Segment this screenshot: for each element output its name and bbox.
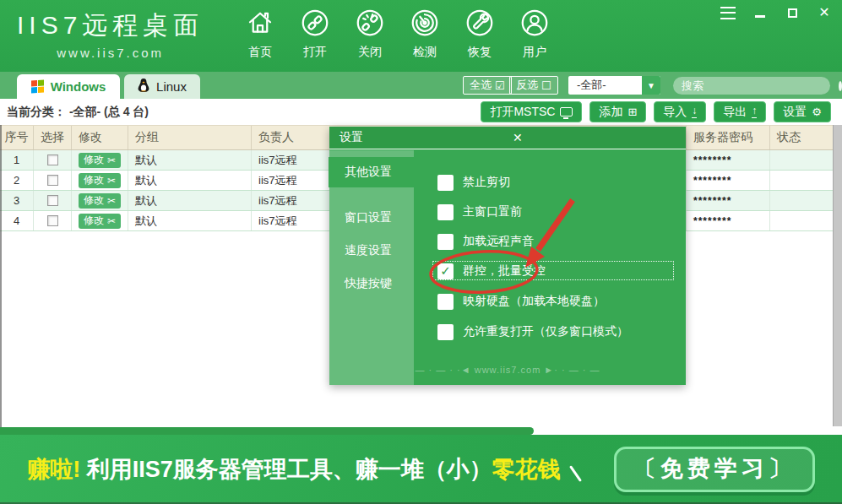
nav-close-label: 关闭: [358, 45, 382, 60]
settings-label: 设置: [783, 105, 807, 120]
main-nav: 首页 打开 关闭 检测 恢复 用户: [240, 8, 555, 60]
select-all-button[interactable]: 全选 ☑: [463, 76, 512, 95]
row-group: 默认: [128, 191, 252, 210]
search-input[interactable]: [673, 79, 839, 92]
nav-home-label: 首页: [248, 45, 272, 60]
linux-tux-icon: [138, 79, 149, 95]
col-header-select: 选择: [34, 126, 72, 149]
tab-windows[interactable]: Windows: [17, 74, 120, 99]
row-group: 默认: [128, 150, 252, 170]
dialog-sidebar: 其他设置 窗口设置 速度设置 快捷按键: [329, 150, 414, 385]
menu-icon[interactable]: [720, 6, 736, 19]
tab-linux[interactable]: Linux: [124, 74, 200, 99]
modify-button[interactable]: 修改✂: [79, 153, 121, 168]
wrench-icon: [464, 8, 495, 41]
banner-highlight-suffix: 零花钱: [492, 457, 561, 482]
option-disable-cut[interactable]: 禁止剪切: [437, 173, 510, 192]
checkbox-unchecked[interactable]: [437, 175, 454, 191]
user-icon: [519, 8, 550, 41]
windows-logo-icon: [31, 79, 44, 93]
export-button[interactable]: 导出 ↑: [714, 101, 766, 122]
dialog-tab-window[interactable]: 窗口设置: [329, 203, 414, 233]
option-main-window-front[interactable]: 主窗口置前: [437, 203, 522, 221]
option-allow-reopen[interactable]: 允许重复打开（仅多窗口模式）: [437, 322, 628, 341]
col-header-no: 序号: [0, 126, 34, 149]
modify-button[interactable]: 修改✂: [79, 173, 121, 188]
app-logo: IIS7远程桌面 www.iis7.com: [17, 8, 204, 60]
add-icon: ⊞: [627, 106, 637, 118]
logo-subtitle: www.iis7.com: [17, 46, 204, 60]
checkbox-unchecked[interactable]: [437, 294, 454, 310]
free-learning-button[interactable]: 〔免费学习〕: [614, 447, 815, 492]
nav-open[interactable]: 打开: [295, 8, 335, 60]
window-controls: ✕: [720, 6, 832, 19]
add-button[interactable]: 添加 ⊞: [589, 101, 646, 122]
nav-close-conn[interactable]: 关闭: [350, 8, 390, 60]
invert-selection-button[interactable]: 反选 ☐: [509, 76, 558, 95]
dialog-tab-other[interactable]: 其他设置: [329, 157, 414, 187]
col-header-password: 服务器密码: [687, 126, 770, 149]
row-checkbox[interactable]: [47, 215, 58, 226]
nav-open-label: 打开: [303, 45, 327, 60]
open-mstsc-button[interactable]: 打开MSTSC: [481, 101, 582, 122]
tab-strip: Windows Linux 全选 ☑ 反选 ☐ -全部- ▼: [0, 72, 842, 99]
checkbox-unchecked[interactable]: [437, 204, 454, 220]
row-no: 2: [0, 171, 34, 190]
import-button[interactable]: 导入 ↓: [654, 101, 706, 122]
tab-windows-label: Windows: [51, 79, 106, 94]
checkbox-unchecked[interactable]: [437, 234, 454, 250]
add-label: 添加: [599, 105, 622, 120]
row-password: ********: [687, 150, 770, 170]
category-dropdown[interactable]: -全部- ▼: [568, 76, 660, 95]
dialog-tab-hotkey[interactable]: 快捷按键: [329, 268, 414, 299]
close-icon[interactable]: ✕: [817, 6, 832, 19]
dialog-title: 设置: [329, 130, 502, 145]
checked-box-icon: ☑: [495, 79, 505, 92]
checkbox-checked[interactable]: ✓: [437, 263, 454, 279]
row-checkbox[interactable]: [47, 154, 58, 165]
row-password: ********: [687, 191, 770, 210]
option-group-control[interactable]: ✓ 群控，批量受控: [437, 262, 546, 280]
row-status: [770, 191, 833, 210]
row-no: 1: [0, 150, 34, 170]
nav-restore-label: 恢复: [468, 45, 492, 60]
row-group: 默认: [128, 171, 252, 190]
settings-button[interactable]: 设置 ⚙: [774, 101, 831, 122]
gear-icon: ⚙: [812, 106, 822, 118]
nav-home[interactable]: 首页: [240, 8, 280, 60]
scissors-icon: ✂: [107, 154, 116, 166]
tab-linux-label: Linux: [156, 79, 187, 94]
banner-highlight-prefix: 赚啦!: [27, 457, 80, 482]
option-remote-sound[interactable]: 加载远程声音: [437, 232, 534, 251]
nav-detect[interactable]: 检测: [405, 8, 445, 60]
option-map-disk[interactable]: 映射硬盘（加载本地硬盘）: [437, 292, 605, 311]
nav-restore[interactable]: 恢复: [459, 8, 500, 60]
table-scrollbar[interactable]: [833, 125, 842, 426]
empty-box-icon: ☐: [541, 79, 551, 92]
row-checkbox[interactable]: [47, 175, 58, 186]
link-icon: [300, 8, 330, 41]
modify-button[interactable]: 修改✂: [79, 214, 121, 229]
promo-banner[interactable]: 赚啦! 利用IIS7服务器管理工具、赚一堆（小）零花钱 〔免费学习〕: [0, 435, 842, 504]
row-status: [770, 171, 833, 190]
category-dropdown-value: -全部-: [568, 76, 642, 95]
monitor-icon: [560, 107, 573, 117]
row-checkbox[interactable]: [47, 195, 58, 206]
dialog-close-icon[interactable]: ✕: [502, 131, 686, 144]
nav-detect-label: 检测: [413, 45, 437, 60]
nav-user[interactable]: 用户: [514, 8, 555, 60]
row-no: 3: [0, 191, 34, 210]
scissors-icon: ✂: [107, 175, 116, 187]
modify-button[interactable]: 修改✂: [79, 193, 121, 209]
maximize-icon[interactable]: [785, 6, 800, 19]
row-password: ********: [687, 211, 770, 230]
row-status: [770, 150, 833, 170]
open-mstsc-label: 打开MSTSC: [490, 105, 555, 120]
minimize-icon[interactable]: [752, 6, 768, 19]
checkbox-unchecked[interactable]: [437, 324, 454, 340]
dialog-tab-speed[interactable]: 速度设置: [329, 236, 414, 266]
row-status: [770, 211, 833, 230]
app-header: IIS7远程桌面 www.iis7.com 首页 打开 关闭 检测 恢: [0, 0, 842, 72]
select-all-label: 全选: [470, 78, 492, 93]
home-icon: [245, 8, 275, 41]
